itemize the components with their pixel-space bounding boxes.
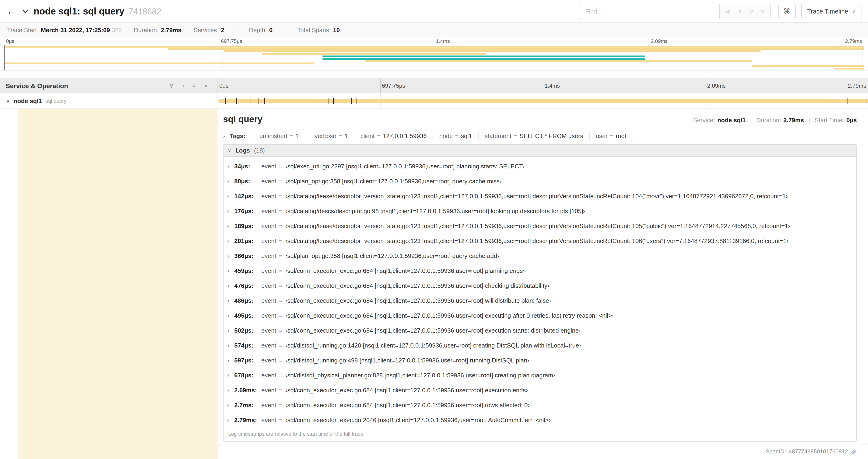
divider <box>751 117 751 123</box>
chevron-down-icon[interactable]: ∨ <box>169 82 174 89</box>
log-row[interactable]: ›597μs:event=‹sql/distsql_running.go:498… <box>223 353 856 368</box>
focus-icon[interactable]: ⊕ <box>726 8 731 15</box>
service-meta-label: Service: <box>693 117 715 124</box>
logs-title: Logs <box>236 147 250 154</box>
chevron-right-icon[interactable]: › <box>227 357 234 364</box>
log-row[interactable]: ›201μs:event=‹sql/catalog/lease/descript… <box>223 233 856 248</box>
log-equals: = <box>279 342 283 349</box>
span-bar-cell[interactable] <box>217 93 868 108</box>
timeline-tick-label: 697.75μs <box>221 38 242 44</box>
log-marker <box>847 98 848 104</box>
minimap-scrubber-handle[interactable] <box>222 45 223 70</box>
log-row[interactable]: ›459μs:event=‹sql/conn_executor_exec.go:… <box>223 263 856 278</box>
tags-row[interactable]: › Tags: _unfinished=1_verbose=1client=12… <box>223 132 857 139</box>
chevron-down-icon[interactable] <box>22 8 29 15</box>
tags-label: Tags: <box>229 132 245 139</box>
back-button[interactable]: ← <box>6 6 16 17</box>
next-match-icon[interactable]: ∨ <box>749 8 754 15</box>
log-marker <box>258 98 259 104</box>
log-field-name: event <box>261 371 276 379</box>
log-row[interactable]: ›2.79ms:event=‹sql/conn_executor_exec.go… <box>223 412 856 427</box>
chevron-right-icon[interactable]: › <box>227 222 234 229</box>
log-field-name: event <box>261 222 276 229</box>
log-row[interactable]: ›80μs:event=‹sql/plan_opt.go:358 [nsql1,… <box>223 173 856 189</box>
log-row[interactable]: ›189μs:event=‹sql/catalog/lease/descript… <box>223 218 856 233</box>
log-row[interactable]: ›476μs:event=‹sql/conn_executor_exec.go:… <box>223 278 856 293</box>
spanid-label: SpanID: <box>766 448 786 455</box>
span-row[interactable]: ∨ node sql1 sql query <box>0 93 868 109</box>
chevron-right-icon[interactable]: › <box>227 192 234 199</box>
log-row[interactable]: ›34μs:event=‹sql/exec_util.go:2297 [nsql… <box>223 159 856 173</box>
log-timestamp: 486μs: <box>234 297 258 304</box>
divider <box>809 117 809 123</box>
log-row[interactable]: ›366μs:event=‹sql/plan_opt.go:358 [nsql1… <box>223 248 856 263</box>
chevron-down-icon[interactable]: ∨ <box>228 148 231 153</box>
chevron-right-icon[interactable]: › <box>223 132 229 139</box>
log-row[interactable]: ›176μs:event=‹sql/catalog/descs/descript… <box>223 203 856 218</box>
logs-header[interactable]: ∨ Logs (18) <box>223 144 856 157</box>
chevron-right-icon[interactable]: › <box>227 297 234 304</box>
log-marker <box>357 98 357 104</box>
log-value: ‹sql/distsql_running.go:498 [nsql1,clien… <box>285 357 529 364</box>
chevron-right-icon[interactable]: › <box>227 327 234 334</box>
chevron-right-icon[interactable]: › <box>227 163 234 170</box>
depth-value: 6 <box>269 26 273 33</box>
chevron-right-icon[interactable]: › <box>227 416 234 423</box>
chevron-right-icon[interactable]: › <box>227 252 234 259</box>
expander-chevron-down-icon[interactable]: ∨ <box>6 98 10 104</box>
log-row[interactable]: ›2.7ms:event=‹sql/conn_executor_exec.go:… <box>223 397 856 412</box>
collapse-all-icon[interactable]: » <box>191 84 198 87</box>
chevron-right-icon[interactable]: › <box>227 401 234 408</box>
view-selector-button[interactable]: Trace Timeline ∨ <box>801 3 862 19</box>
tag-item: statement=SELECT * FROM users <box>478 132 589 139</box>
chevron-right-icon[interactable]: › <box>227 282 234 289</box>
service-operation-header: Service & Operation ∨ › » » <box>0 78 217 93</box>
gridline <box>705 78 706 93</box>
search-input[interactable] <box>580 3 720 19</box>
chevron-right-icon[interactable]: › <box>227 207 234 214</box>
chevron-right-icon[interactable]: › <box>227 177 234 185</box>
log-row[interactable]: ›502μs:event=‹sql/conn_executor_exec.go:… <box>223 323 856 338</box>
minimap-scrubber-handle[interactable] <box>646 45 647 70</box>
chevron-right-icon[interactable]: › <box>227 371 234 379</box>
log-value: ‹sql/plan_opt.go:358 [nsql1,client=127.0… <box>285 177 502 185</box>
total-spans-value: 10 <box>333 26 340 33</box>
timeline-tick-label: 0μs <box>6 38 14 44</box>
tag-equals: = <box>289 132 293 139</box>
minimap-canvas[interactable] <box>4 45 864 70</box>
chevron-right-icon[interactable]: › <box>227 342 234 349</box>
chevron-right-icon[interactable]: › <box>182 82 184 89</box>
chevron-right-icon[interactable]: › <box>227 267 234 274</box>
log-row[interactable]: ›574μs:event=‹sql/distsql_running.go:142… <box>223 338 856 353</box>
expand-all-icon[interactable]: » <box>205 82 208 89</box>
clear-search-icon[interactable]: × <box>761 8 764 15</box>
log-field-name: event <box>261 416 276 423</box>
log-equals: = <box>279 371 283 379</box>
log-timestamp: 476μs: <box>234 282 258 289</box>
spanid-value: 4877749850101760812 <box>789 448 848 455</box>
timeline-minimap[interactable] <box>0 45 868 71</box>
link-icon[interactable] <box>851 449 857 455</box>
prev-match-icon[interactable]: ∧ <box>738 8 742 15</box>
log-field-name: event <box>261 282 276 289</box>
tag-key: client <box>361 132 375 139</box>
page-title: node sql1: sql query 7418682 <box>34 6 161 17</box>
log-equals: = <box>279 401 283 408</box>
keyboard-shortcuts-button[interactable]: ⌘ <box>778 3 796 19</box>
log-timestamp: 201μs: <box>234 237 258 244</box>
log-marker <box>333 98 334 104</box>
span-detail-title: sql query <box>223 114 262 125</box>
log-row[interactable]: ›2.69ms:event=‹sql/conn_executor_exec.go… <box>223 383 856 397</box>
log-row[interactable]: ›486μs:event=‹sql/conn_executor_exec.go:… <box>223 293 856 308</box>
span-detail-region: sql query Service:node sql1 Duration:2.7… <box>0 109 868 459</box>
chevron-right-icon[interactable]: › <box>227 237 234 244</box>
log-row[interactable]: ›142μs:event=‹sql/catalog/lease/descript… <box>223 189 856 203</box>
span-row-name-cell[interactable]: ∨ node sql1 sql query <box>0 93 217 108</box>
log-timestamp: 2.69ms: <box>234 387 258 393</box>
log-row[interactable]: ›678μs:event=‹sql/distsql_physical_plann… <box>223 368 856 383</box>
chevron-right-icon[interactable]: › <box>227 387 234 393</box>
chevron-right-icon[interactable]: › <box>227 312 234 319</box>
log-marker <box>325 98 325 104</box>
log-row[interactable]: ›495μs:event=‹sql/conn_executor_exec.go:… <box>223 308 856 323</box>
log-timestamp: 189μs: <box>234 222 258 229</box>
